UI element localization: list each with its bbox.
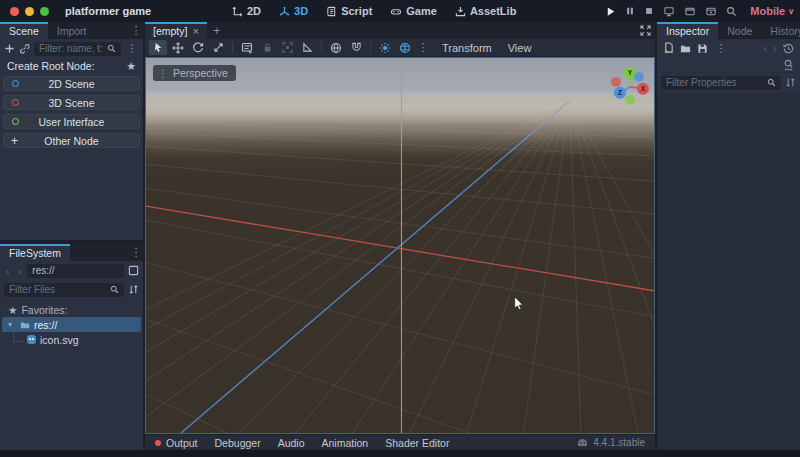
ruler-tool-button[interactable] [298, 40, 316, 55]
scale-tool-button[interactable] [209, 40, 227, 55]
play-scene-button[interactable] [684, 6, 696, 17]
stop-button[interactable] [644, 6, 654, 16]
inspector-tabs: Inspector Node History ⋮ [657, 22, 800, 39]
movie-maker-button[interactable] [726, 6, 737, 17]
tab-scene[interactable]: Scene [0, 22, 48, 39]
res-folder-row[interactable]: ▾ res:// [2, 317, 141, 332]
inspector-toolbar: ⋮ ‹ › [657, 39, 800, 57]
load-resource-folder-icon[interactable] [680, 43, 691, 54]
svg-text:Z: Z [618, 89, 622, 96]
minimize-window-button[interactable] [25, 7, 34, 16]
filesystem-panel-tabs: FileSystem ⋮ [0, 244, 143, 261]
move-tool-button[interactable] [169, 40, 187, 55]
current-path-field[interactable]: res:// [27, 264, 124, 278]
create-2d-scene-button[interactable]: 2D Scene [3, 76, 140, 91]
filesystem-nav-row: ‹ › res:// [0, 261, 143, 280]
history-forward-icon[interactable]: › [773, 42, 777, 54]
workspace-tab-3d[interactable]: 3D [279, 5, 308, 17]
resource-menu-icon[interactable]: ⋮ [714, 42, 728, 55]
property-filter-options-icon[interactable] [785, 77, 796, 88]
3d-scene-canvas: XYZ [146, 58, 654, 433]
scene-filter-input[interactable]: Filter: name, t:type, [34, 42, 121, 56]
group-button[interactable] [278, 40, 296, 55]
icon-svg-row[interactable]: icon.svg [0, 332, 143, 347]
filesystem-tree: ★ Favorites: ▾ res:// icon.svg [0, 299, 143, 347]
run-toolbar: Mobile ∨ [605, 0, 794, 22]
create-user-interface-button[interactable]: User Interface [3, 114, 140, 129]
tab-node[interactable]: Node [718, 22, 761, 39]
perspective-button[interactable]: ⋮ Perspective [153, 65, 236, 81]
filter-files-input[interactable]: Filter Files [4, 283, 124, 297]
preview-sun-toggle[interactable] [376, 40, 394, 55]
local-space-toggle-button[interactable] [327, 40, 345, 55]
filter-properties-input[interactable]: Filter Properties [661, 76, 781, 90]
panel-output[interactable]: Output [155, 437, 198, 449]
download-icon [455, 6, 466, 17]
search-icon [107, 44, 116, 53]
scene-panel: Scene Import ⋮ Filter: name, t:type, ⋮ C… [0, 22, 143, 240]
filesystem-panel-menu-icon[interactable]: ⋮ [129, 244, 143, 261]
window-controls [10, 7, 49, 16]
sort-files-icon[interactable] [128, 284, 139, 295]
panel-debugger[interactable]: Debugger [215, 437, 261, 449]
close-window-button[interactable] [10, 7, 19, 16]
workspace-tab-assetlib[interactable]: AssetLib [455, 5, 516, 17]
search-icon [767, 78, 776, 87]
panel-animation[interactable]: Animation [322, 437, 369, 449]
tab-inspector[interactable]: Inspector [657, 22, 718, 39]
tab-history[interactable]: History [761, 22, 800, 39]
selection-list-button[interactable] [238, 40, 256, 55]
expand-viewport-icon[interactable] [635, 22, 655, 39]
favorites-row[interactable]: ★ Favorites: [0, 302, 143, 317]
filesystem-panel: FileSystem ⋮ ‹ › res:// Filter Files [0, 240, 143, 450]
perspective-menu-dots-icon: ⋮ [158, 68, 168, 79]
scene-tab-empty[interactable]: [empty] × [145, 22, 207, 39]
view-menu[interactable]: View [508, 42, 532, 54]
create-other-node-button[interactable]: + Other Node [3, 133, 140, 148]
workspace-tab-script[interactable]: Script [326, 5, 372, 17]
workspace-tab-game[interactable]: Game [390, 5, 437, 17]
renderer-dropdown[interactable]: Mobile ∨ [750, 5, 794, 17]
add-node-button[interactable] [4, 43, 15, 54]
favorites-star-icon[interactable]: ★ [126, 60, 136, 73]
pause-button[interactable] [625, 6, 635, 16]
save-icon[interactable] [697, 43, 708, 54]
remote-debug-button[interactable] [663, 6, 675, 17]
create-3d-scene-button[interactable]: 3D Scene [3, 95, 140, 110]
lock-button[interactable] [258, 40, 276, 55]
tab-filesystem[interactable]: FileSystem [0, 244, 70, 261]
inspector-empty-area [657, 92, 800, 450]
3d-viewport[interactable]: XYZ ⋮ Perspective [145, 57, 655, 434]
caret-down-icon[interactable]: ▾ [8, 320, 16, 329]
snap-toggle-button[interactable] [347, 40, 365, 55]
instantiate-scene-button[interactable] [19, 43, 30, 54]
edit-history-icon[interactable] [783, 43, 794, 54]
scene-panel-menu-icon[interactable]: ⋮ [129, 22, 143, 39]
scene-toolbar-menu-icon[interactable]: ⋮ [125, 42, 139, 55]
workspace-tab-2d[interactable]: 2D [232, 5, 261, 17]
nav-back-icon[interactable]: ‹ [4, 265, 12, 277]
new-resource-icon[interactable] [663, 42, 674, 54]
version-info: 4.4.1.stable [577, 437, 645, 448]
history-back-icon[interactable]: ‹ [764, 42, 768, 54]
preview-environment-toggle[interactable] [396, 40, 414, 55]
godot-logo-icon [577, 438, 588, 447]
panel-audio[interactable]: Audio [278, 437, 305, 449]
svg-text:Y: Y [628, 69, 633, 76]
tab-import[interactable]: Import [48, 22, 96, 39]
add-scene-tab-button[interactable]: + [207, 22, 227, 39]
transform-menu[interactable]: Transform [442, 42, 492, 54]
rotate-tool-button[interactable] [189, 40, 207, 55]
maximize-window-button[interactable] [40, 7, 49, 16]
close-icon[interactable]: × [192, 25, 198, 37]
open-documentation-icon[interactable] [783, 59, 794, 71]
inspector-filter-row: Filter Properties [657, 73, 800, 92]
panel-shader-editor[interactable]: Shader Editor [385, 437, 449, 449]
play-custom-scene-button[interactable] [705, 6, 717, 17]
select-tool-button[interactable] [149, 40, 167, 55]
toggle-split-mode-icon[interactable] [128, 265, 139, 276]
nav-forward-icon[interactable]: › [16, 265, 24, 277]
main-layout: Scene Import ⋮ Filter: name, t:type, ⋮ C… [0, 22, 800, 450]
play-button[interactable] [605, 6, 616, 17]
sun-environment-menu-icon[interactable]: ⋮ [416, 41, 430, 54]
